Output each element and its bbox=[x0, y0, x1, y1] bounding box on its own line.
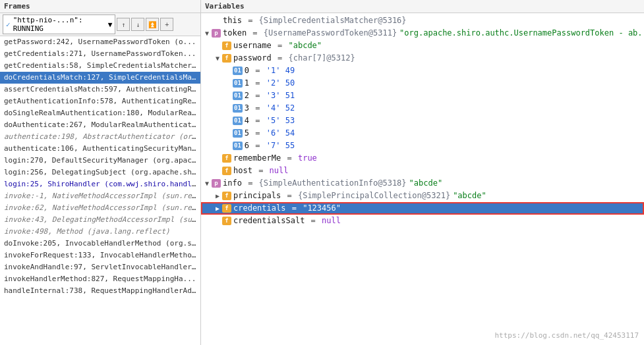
tree-row[interactable]: 016 = '7' 55 bbox=[201, 140, 644, 152]
badge-01: 01 bbox=[233, 129, 243, 138]
frame-item[interactable]: handleInternal:738, RequestMappingHandle… bbox=[0, 285, 200, 297]
down-button[interactable]: ↓ bbox=[131, 18, 144, 31]
var-equals: = bbox=[250, 90, 265, 101]
var-value: {UsernamePasswordToken@5311} bbox=[264, 28, 397, 39]
var-value: '7' 55 bbox=[266, 140, 295, 151]
frame-item[interactable]: getCredentials:271, UsernamePasswordToke… bbox=[0, 48, 200, 60]
add-button[interactable]: + bbox=[160, 18, 173, 31]
tree-row[interactable]: 011 = '2' 50 bbox=[201, 77, 644, 90]
tree-row[interactable]: fhost = null bbox=[201, 165, 644, 177]
variables-panel: Variables this = {SimpleCredentialsMatch… bbox=[201, 0, 644, 345]
frames-dropdown[interactable]: ✓ "http-nio-...n": RUNNING ▼ bbox=[3, 14, 115, 34]
var-name: info bbox=[223, 178, 242, 189]
toggle-arrow[interactable] bbox=[213, 203, 222, 214]
frame-item[interactable]: invoke:62, NativeMethodAccessorImpl (sun… bbox=[0, 202, 200, 214]
tree-row[interactable]: 014 = '5' 53 bbox=[201, 115, 644, 127]
var-value: '4' 52 bbox=[266, 103, 295, 114]
frame-item[interactable]: login:256, DelegatingSubject (org.apache… bbox=[0, 167, 200, 178]
toggle-arrow[interactable] bbox=[213, 53, 222, 64]
var-value: '5' 53 bbox=[266, 115, 295, 126]
tree-row[interactable]: fprincipals = {SimplePrincipalCollection… bbox=[201, 190, 644, 202]
tree-row[interactable]: 015 = '6' 54 bbox=[201, 127, 644, 140]
var-name: 4 bbox=[245, 115, 249, 126]
var-name: 0 bbox=[245, 65, 249, 76]
var-value: "abcde" bbox=[288, 40, 322, 51]
badge-p: p bbox=[212, 179, 221, 188]
badge-01: 01 bbox=[233, 117, 243, 125]
frame-item[interactable]: doCredentialsMatch:127, SimpleCredential… bbox=[0, 72, 200, 84]
tree-row[interactable]: ptoken = {UsernamePasswordToken@5311}"or… bbox=[201, 27, 644, 40]
var-equals: = bbox=[306, 215, 320, 226]
tree-row[interactable]: fcredentialsSalt = null bbox=[201, 215, 644, 227]
frames-title: Frames bbox=[4, 2, 30, 11]
var-equals: = bbox=[250, 65, 265, 76]
var-name: 3 bbox=[245, 103, 249, 114]
variables-tree: this = {SimpleCredentialsMatcher@5316}pt… bbox=[201, 13, 644, 345]
var-name: 1 bbox=[245, 78, 249, 89]
badge-f: f bbox=[222, 167, 231, 175]
frame-item[interactable]: invoke:43, DelegatingMethodAccessorImpl … bbox=[0, 214, 200, 226]
var-name: credentialsSalt bbox=[233, 215, 305, 226]
frame-item[interactable]: getPassword:242, UsernamePasswordToken (… bbox=[0, 36, 200, 48]
chevron-down-icon: ▼ bbox=[108, 20, 113, 29]
var-name: password bbox=[233, 53, 272, 64]
toggle-arrow[interactable] bbox=[202, 178, 212, 189]
tree-row[interactable]: 012 = '3' 51 bbox=[201, 90, 644, 102]
frame-item[interactable]: invokeForRequest:133, InvocableHandlerMe… bbox=[0, 250, 200, 261]
frame-item[interactable]: doInvoke:205, InvocableHandlerMethod (or… bbox=[0, 238, 200, 250]
var-equals: = bbox=[243, 178, 258, 189]
frame-item[interactable]: authenticate:106, AuthenticatingSecurity… bbox=[0, 143, 200, 155]
frame-item[interactable]: authenticate:198, AbstractAuthenticator … bbox=[0, 131, 200, 143]
var-name: 6 bbox=[245, 140, 249, 151]
badge-01: 01 bbox=[233, 66, 243, 75]
var-name: this bbox=[223, 15, 242, 26]
var-equals: = bbox=[287, 203, 301, 214]
tree-row[interactable]: fcredentials = "123456" bbox=[201, 202, 644, 215]
frames-header: Frames bbox=[0, 0, 200, 13]
tree-row[interactable]: this = {SimpleCredentialsMatcher@5316} bbox=[201, 14, 644, 27]
tree-row[interactable]: 010 = '1' 49 bbox=[201, 65, 644, 77]
var-equals: = bbox=[273, 40, 287, 51]
var-equals: = bbox=[250, 103, 265, 114]
badge-01: 01 bbox=[233, 104, 243, 113]
up-button[interactable]: ↑ bbox=[117, 18, 130, 31]
var-equals: = bbox=[248, 28, 262, 39]
var-value: {SimpleCredentialsMatcher@5316} bbox=[259, 15, 407, 26]
frame-item[interactable]: getCredentials:58, SimpleCredentialsMatc… bbox=[0, 60, 200, 72]
tree-row[interactable]: fusername = "abcde" bbox=[201, 40, 644, 52]
var-equals: = bbox=[282, 190, 297, 201]
var-value: {SimplePrincipalCollection@5321} bbox=[298, 190, 450, 201]
frame-item[interactable]: login:25, ShiroHandler (com.wwj.shiro.ha… bbox=[0, 178, 200, 190]
badge-01: 01 bbox=[233, 92, 243, 100]
var-value: "123456" bbox=[303, 203, 341, 214]
badge-f: f bbox=[222, 154, 231, 163]
frame-item[interactable]: invokeHandlerMethod:827, RequestMappingH… bbox=[0, 273, 200, 285]
toggle-arrow[interactable] bbox=[213, 190, 222, 201]
frame-item[interactable]: doSingleRealmAuthentication:180, Modular… bbox=[0, 107, 200, 119]
var-name: principals bbox=[233, 190, 281, 201]
frame-item[interactable]: invoke:-1, NativeMethodAccessorImpl (sun… bbox=[0, 190, 200, 202]
tree-row[interactable]: fpassword = {char[7]@5312} bbox=[201, 52, 644, 65]
frame-item[interactable]: invoke:498, Method (java.lang.reflect) bbox=[0, 226, 200, 238]
frame-item[interactable]: getAuthenticationInfo:578, Authenticatin… bbox=[0, 95, 200, 107]
frame-item[interactable]: doAuthenticate:267, ModularRealmAuthenti… bbox=[0, 119, 200, 131]
frames-toolbar: ✓ "http-nio-...n": RUNNING ▼ ↑ ↓ ⏫ + bbox=[0, 13, 200, 36]
var-value: {char[7]@5312} bbox=[288, 53, 355, 64]
tree-row[interactable]: frememberMe = true bbox=[201, 152, 644, 165]
var-value: {SimpleAuthenticationInfo@5318} bbox=[259, 178, 407, 189]
var-equals: = bbox=[254, 165, 268, 176]
frame-item[interactable]: invokeAndHandle:97, ServletInvocableHand… bbox=[0, 261, 200, 273]
var-value: true bbox=[298, 153, 317, 164]
up-fast-button[interactable]: ⏫ bbox=[146, 18, 159, 31]
var-name: 5 bbox=[245, 128, 249, 139]
frame-item[interactable]: login:270, DefaultSecurityManager (org.a… bbox=[0, 155, 200, 167]
var-name: token bbox=[223, 28, 247, 39]
toggle-arrow[interactable] bbox=[202, 28, 212, 39]
frame-item[interactable]: assertCredentialsMatch:597, Authenticati… bbox=[0, 84, 200, 95]
var-name: 2 bbox=[245, 90, 249, 101]
var-value: '3' 51 bbox=[266, 90, 295, 101]
tree-row[interactable]: 013 = '4' 52 bbox=[201, 102, 644, 115]
var-name: rememberMe bbox=[233, 153, 281, 164]
tree-row[interactable]: pinfo = {SimpleAuthenticationInfo@5318}"… bbox=[201, 177, 644, 190]
var-equals: = bbox=[273, 53, 287, 64]
